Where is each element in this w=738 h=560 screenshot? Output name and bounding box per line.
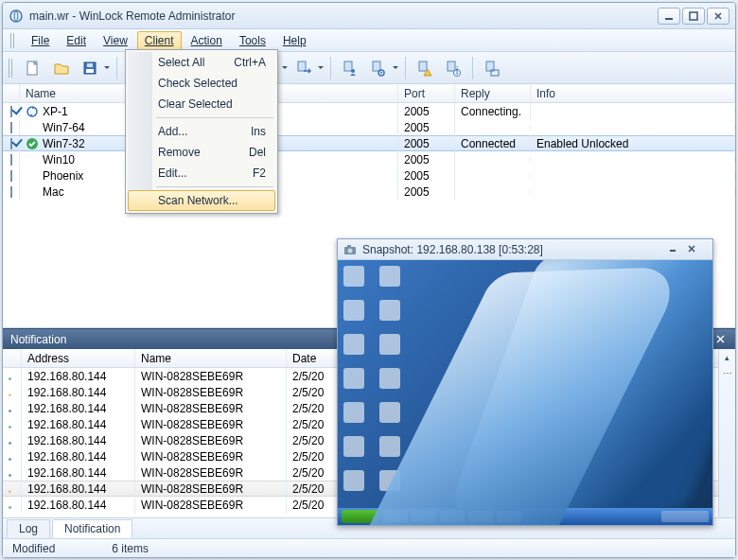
col-date[interactable]: Date [287, 349, 338, 367]
grid-header[interactable]: Name Port Reply Info [3, 84, 735, 103]
notif-address: 192.168.80.144 [22, 368, 135, 385]
col-icon[interactable] [3, 349, 22, 367]
menu-sep-2 [156, 186, 273, 187]
col-name[interactable]: Name [135, 349, 287, 367]
notif-icon [9, 499, 11, 512]
client-menu-dropdown[interactable]: Select AllCtrl+A Check Selected Clear Se… [125, 49, 278, 214]
client-row[interactable]: Win102005 [3, 151, 735, 167]
toolbar-sep-4 [405, 57, 406, 79]
action-snapshot-dropdown[interactable] [281, 55, 289, 81]
menu-edit-item[interactable]: Edit...F2 [128, 163, 275, 184]
menubar-grip[interactable] [10, 33, 16, 48]
menu-add[interactable]: Add...Ins [128, 121, 275, 142]
action-user-button[interactable] [337, 55, 363, 81]
menu-scan-network[interactable]: Scan Network... [128, 190, 275, 211]
menu-remove[interactable]: RemoveDel [128, 142, 275, 163]
menu-tools[interactable]: Tools [232, 31, 273, 50]
client-port: 2005 [398, 135, 455, 152]
svg-rect-2 [690, 12, 697, 20]
save-button[interactable] [77, 55, 103, 81]
window-title: main.wr - WinLock Remote Administrator [29, 9, 656, 23]
snapshot-title: Snapshot: 192.168.80.138 [0:53:28] [362, 243, 669, 256]
col-reply[interactable]: Reply [455, 84, 531, 102]
row-checkbox[interactable] [10, 186, 12, 198]
client-row[interactable]: Win7-322005ConnectedEnabled Unlocked [3, 135, 735, 151]
menu-file[interactable]: File [24, 31, 57, 50]
notif-name: WIN-0828SEBE69R [135, 464, 287, 481]
notif-icon [9, 466, 11, 480]
notif-date: 2/5/20 [287, 448, 338, 465]
col-info[interactable]: Info [531, 84, 735, 102]
client-row[interactable]: Mac2005 [3, 184, 735, 200]
client-row[interactable]: Phoenix2005 [3, 167, 735, 184]
action-monitor-button[interactable] [479, 55, 505, 81]
action-settings-dropdown[interactable] [392, 55, 399, 81]
client-row[interactable]: Win7-642005 [3, 119, 735, 135]
status-left: Modified [12, 542, 55, 555]
action-warn-button[interactable] [412, 55, 438, 81]
menu-clear-selected[interactable]: Clear Selected [128, 94, 275, 114]
col-port[interactable]: Port [398, 84, 455, 102]
status-icon [26, 185, 39, 199]
snapshot-minimize[interactable] [669, 242, 688, 257]
notif-name: WIN-0828SEBE69R [135, 416, 287, 433]
menu-action[interactable]: Action [184, 31, 230, 50]
client-row[interactable]: XP-12005Connecting. [3, 103, 735, 119]
minimize-button[interactable] [658, 8, 680, 25]
action-power-button[interactable] [290, 55, 317, 81]
menu-help[interactable]: Help [275, 31, 314, 50]
close-panel-icon[interactable] [712, 332, 728, 347]
row-checkbox[interactable] [10, 170, 12, 182]
notif-name: WIN-0828SEBE69R [135, 400, 287, 417]
client-reply [455, 174, 531, 178]
snapshot-titlebar[interactable]: Snapshot: 192.168.80.138 [0:53:28] [338, 239, 712, 260]
svg-rect-24 [419, 61, 427, 71]
notif-icon [9, 386, 11, 399]
svg-rect-51 [347, 245, 351, 248]
titlebar[interactable]: main.wr - WinLock Remote Administrator [3, 3, 735, 29]
row-checkbox[interactable] [10, 122, 12, 133]
remote-taskbar [338, 508, 712, 525]
save-dropdown[interactable] [103, 55, 111, 81]
system-tray [661, 511, 709, 522]
row-checkbox[interactable] [10, 154, 12, 166]
snapshot-window[interactable]: Snapshot: 192.168.80.138 [0:53:28] [337, 238, 713, 526]
new-button[interactable] [20, 55, 46, 81]
close-button[interactable] [707, 8, 729, 25]
snapshot-close[interactable] [688, 242, 707, 257]
svg-rect-6 [87, 63, 93, 67]
tab-log[interactable]: Log [7, 519, 50, 538]
svg-rect-19 [344, 61, 352, 71]
tab-notification[interactable]: Notification [52, 519, 132, 538]
maximize-button[interactable] [682, 8, 705, 25]
client-name: Win7-32 [43, 137, 85, 150]
row-checkbox[interactable] [10, 138, 12, 149]
toolbar-sep [116, 57, 117, 79]
toolbar-grip[interactable] [9, 59, 14, 78]
notif-address: 192.168.80.144 [22, 464, 135, 481]
action-settings-button[interactable] [365, 55, 392, 81]
toolbar-sep-5 [472, 57, 473, 79]
menu-select-all[interactable]: Select AllCtrl+A [128, 52, 275, 73]
open-button[interactable] [48, 55, 75, 81]
notif-name: WIN-0828SEBE69R [135, 481, 287, 498]
menu-view[interactable]: View [96, 31, 135, 50]
action-info-button[interactable]: i [440, 55, 466, 81]
notif-icon [9, 450, 11, 464]
statusbar: Modified 6 items [3, 538, 735, 557]
menu-edit[interactable]: Edit [59, 31, 94, 50]
side-up-icon[interactable]: ▴ [725, 353, 729, 362]
svg-point-50 [348, 248, 353, 253]
row-checkbox[interactable] [10, 106, 12, 117]
svg-rect-21 [373, 61, 380, 71]
col-check[interactable] [3, 84, 20, 102]
menu-client[interactable]: Client [137, 31, 182, 50]
menubar: File Edit View Client Action Tools Help [3, 29, 735, 52]
menu-check-selected[interactable]: Check Selected [128, 73, 275, 94]
status-right: 6 items [112, 542, 149, 555]
notif-date: 2/5/20 [287, 432, 338, 449]
col-address[interactable]: Address [22, 349, 135, 367]
action-power-dropdown[interactable] [317, 55, 325, 81]
side-dots-icon[interactable]: ⋯ [723, 368, 732, 378]
status-icon [26, 121, 39, 134]
